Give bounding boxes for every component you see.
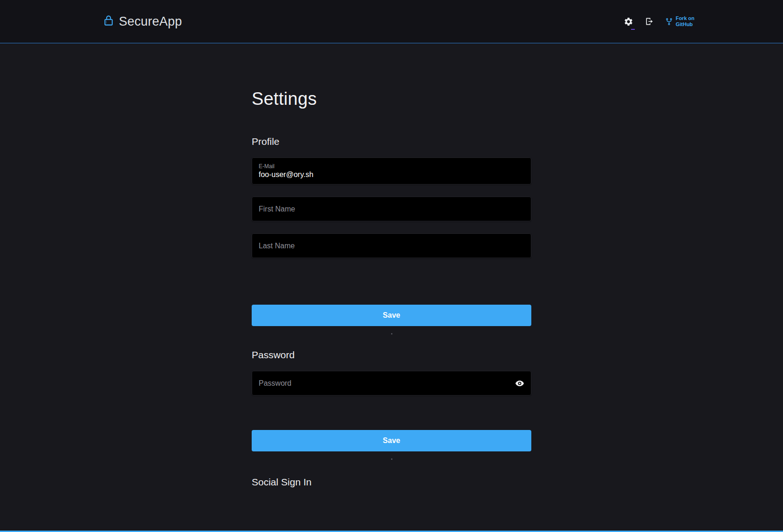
text-cursor-artifact (631, 29, 635, 30)
email-field-container: E-Mail (252, 157, 531, 184)
fork-link-label: Fork on GitHub (676, 15, 694, 27)
email-input[interactable] (259, 171, 524, 179)
page-title: Settings (252, 89, 531, 109)
app-title: SecureApp (119, 14, 182, 29)
social-sign-in-heading: Social Sign In (252, 477, 531, 488)
fork-on-github-link[interactable]: Fork on GitHub (665, 15, 694, 27)
social-sign-in-section: Social Sign In Link github (252, 477, 531, 532)
profile-save-button[interactable]: Save (252, 305, 531, 326)
profile-heading: Profile (252, 136, 531, 147)
separator-dot (391, 458, 392, 460)
password-input[interactable] (252, 371, 531, 396)
app-logo: SecureApp (103, 14, 182, 29)
logout-icon (645, 17, 654, 26)
fork-link-line1: Fork on (676, 15, 694, 21)
toggle-password-visibility-button[interactable] (514, 378, 526, 389)
last-name-input[interactable] (252, 233, 531, 258)
settings-button[interactable] (624, 17, 633, 27)
password-heading: Password (252, 349, 531, 361)
separator-dot (391, 333, 392, 334)
header: SecureApp (0, 0, 783, 43)
password-field-container (252, 371, 531, 396)
first-name-input[interactable] (252, 197, 531, 221)
lock-icon (103, 14, 114, 27)
password-save-button[interactable]: Save (252, 430, 531, 451)
settings-page: Settings Profile E-Mail Save Password S (252, 89, 531, 532)
password-section: Password Save (252, 349, 531, 460)
git-fork-icon (665, 17, 673, 26)
fork-link-line2: GitHub (676, 21, 694, 27)
gear-icon (624, 17, 633, 27)
email-label: E-Mail (259, 163, 524, 170)
eye-icon (514, 379, 525, 388)
header-actions: Fork on GitHub (624, 15, 694, 27)
logout-button[interactable] (645, 17, 654, 26)
profile-section: Profile E-Mail Save (252, 136, 531, 334)
